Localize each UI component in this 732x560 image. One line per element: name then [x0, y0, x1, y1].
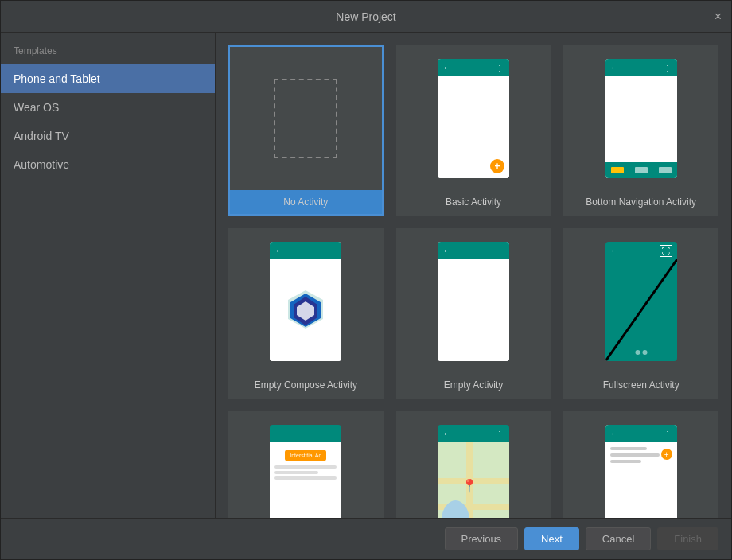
empty-compose-label: Empty Compose Activity — [230, 373, 382, 397]
nav-item-1 — [611, 167, 624, 173]
content-line-3 — [274, 476, 337, 480]
gpay-toolbar: ← ⋮ — [605, 425, 677, 442]
no-activity-dashed-box — [274, 79, 337, 158]
empty-compose-phone: ← — [270, 242, 341, 361]
basic-activity-label: Basic Activity — [398, 190, 550, 214]
template-no-activity[interactable]: No Activity — [228, 45, 384, 216]
empty-activity-phone: ← — [438, 242, 509, 361]
compose-body — [270, 259, 341, 361]
nav-item-3 — [659, 167, 672, 173]
template-basic-activity[interactable]: ← ⋮ + Basic Activity — [396, 45, 551, 216]
sidebar: Templates Phone and Tablet Wear OS Andro… — [1, 33, 216, 518]
content-area: Templates Phone and Tablet Wear OS Andro… — [1, 33, 731, 518]
maps-preview: ← ⋮ 📍 — [398, 413, 550, 518]
basic-activity-phone: ← ⋮ + — [438, 59, 509, 178]
expand-icon: ⛶ — [660, 245, 672, 257]
interstitial-toolbar — [270, 425, 341, 442]
no-activity-preview — [230, 47, 382, 190]
dot-1 — [635, 350, 640, 355]
gpay-phone: ← ⋮ + G Pay — [605, 425, 677, 518]
fullscreen-label: Fullscreen Activity — [565, 373, 717, 397]
gpay-line-3 — [610, 460, 641, 463]
fab-icon: + — [490, 159, 504, 173]
finish-button[interactable]: Finish — [657, 527, 718, 550]
content-line-2 — [274, 471, 318, 474]
empty-compose-preview: ← — [230, 230, 382, 373]
svg-line-4 — [605, 259, 677, 361]
interstitial-preview: Interstitial Ad — [230, 413, 382, 518]
basic-body: + — [438, 76, 509, 178]
back-arrow-icon: ← — [274, 245, 284, 256]
new-project-dialog: New Project × Templates Phone and Tablet… — [0, 0, 732, 560]
map-pin: 📍 — [461, 478, 477, 493]
empty-activity-preview: ← — [398, 230, 550, 373]
gpay-line-2 — [610, 453, 660, 457]
bottom-nav-bar — [605, 162, 677, 178]
gpay-preview: ← ⋮ + G Pay — [565, 413, 717, 518]
overflow-icon: ⋮ — [664, 64, 672, 72]
content-line-1 — [274, 465, 337, 469]
fullscreen-toolbar: ← ⛶ — [605, 242, 677, 259]
no-activity-label: No Activity — [230, 190, 382, 214]
maps-phone: ← ⋮ 📍 — [438, 425, 509, 518]
back-arrow-icon: ← — [442, 428, 452, 439]
overflow-icon: ⋮ — [496, 430, 504, 438]
dialog-footer: Previous Next Cancel Finish — [1, 518, 731, 559]
template-bottom-nav[interactable]: ← ⋮ Bottom Navigation Activity — [563, 45, 718, 216]
diagonal-line — [605, 259, 677, 361]
gpay-fab: + — [661, 449, 672, 460]
nav-item-2 — [635, 167, 648, 173]
back-arrow-icon: ← — [610, 428, 620, 439]
close-button[interactable]: × — [714, 10, 722, 23]
title-bar: New Project × — [1, 1, 731, 33]
compose-toolbar: ← — [270, 242, 341, 259]
sidebar-item-phone-tablet[interactable]: Phone and Tablet — [1, 64, 215, 93]
gpay-line-1 — [610, 447, 648, 450]
gpay-body: + G Pay — [605, 442, 677, 518]
bottom-nav-toolbar: ← ⋮ — [605, 59, 677, 76]
sidebar-section-label: Templates — [1, 42, 215, 64]
previous-button[interactable]: Previous — [445, 527, 519, 550]
dot-2 — [642, 350, 647, 355]
compose-hex-icon — [286, 289, 325, 332]
bottom-nav-body — [605, 76, 677, 178]
next-button[interactable]: Next — [524, 527, 579, 550]
maps-toolbar: ← ⋮ — [438, 425, 509, 442]
empty-activity-label: Empty Activity — [398, 373, 550, 397]
template-interstitial-ad[interactable]: Interstitial Ad Interstitial Ad — [228, 411, 384, 518]
interstitial-phone: Interstitial Ad — [270, 425, 341, 518]
template-empty-activity[interactable]: ← Empty Activity — [396, 228, 551, 399]
fullscreen-phone: ← ⛶ — [605, 242, 677, 361]
template-empty-compose[interactable]: ← Empty Compose Acti — [228, 228, 384, 399]
interstitial-content-lines — [274, 465, 337, 480]
indicator-dots — [635, 350, 647, 355]
back-arrow-icon: ← — [610, 62, 620, 73]
bottom-nav-phone: ← ⋮ — [605, 59, 677, 178]
overflow-icon: ⋮ — [496, 64, 504, 72]
basic-activity-preview: ← ⋮ + — [398, 47, 550, 190]
interstitial-ad-button: Interstitial Ad — [285, 450, 326, 461]
sidebar-item-wear-os[interactable]: Wear OS — [1, 93, 215, 122]
sidebar-item-android-tv[interactable]: Android TV — [1, 122, 215, 150]
back-arrow-icon: ← — [610, 245, 620, 256]
cancel-button[interactable]: Cancel — [586, 527, 651, 550]
template-fullscreen[interactable]: ← ⛶ Fullscreen Activit — [563, 228, 718, 399]
sidebar-item-automotive[interactable]: Automotive — [1, 150, 215, 179]
back-arrow-icon: ← — [442, 62, 452, 73]
template-grid: No Activity ← ⋮ + Basic Activity — [216, 33, 731, 518]
maps-body: 📍 — [438, 442, 509, 518]
template-gpay-activity[interactable]: ← ⋮ + G Pay — [563, 411, 718, 518]
template-maps-activity[interactable]: ← ⋮ 📍 — [396, 411, 551, 518]
empty-body — [438, 259, 509, 361]
bottom-nav-preview: ← ⋮ — [565, 47, 717, 190]
fullscreen-preview: ← ⛶ — [565, 230, 717, 373]
empty-toolbar: ← — [438, 242, 509, 259]
overflow-icon: ⋮ — [664, 430, 672, 438]
interstitial-body: Interstitial Ad — [270, 442, 341, 518]
dialog-title: New Project — [336, 10, 395, 23]
bottom-nav-label: Bottom Navigation Activity — [565, 190, 717, 214]
basic-toolbar: ← ⋮ — [438, 59, 509, 76]
back-arrow-icon: ← — [442, 245, 452, 256]
